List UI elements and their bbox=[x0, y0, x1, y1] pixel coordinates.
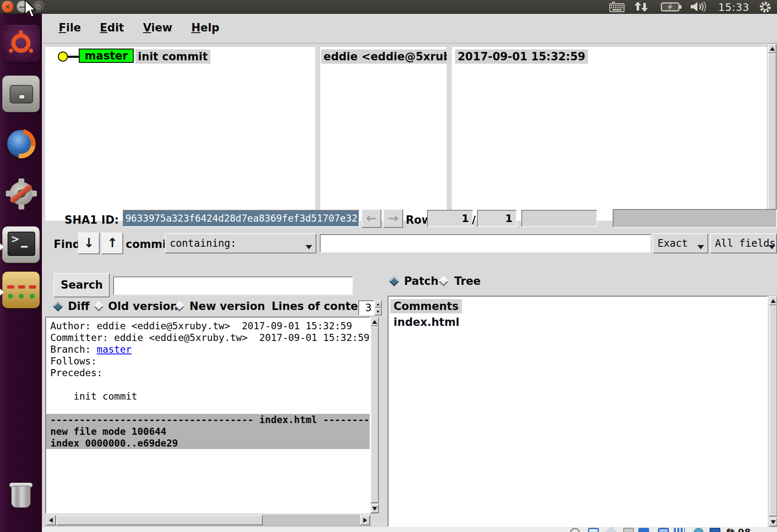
tray-icon bbox=[623, 528, 634, 532]
diamond-icon bbox=[605, 527, 617, 532]
diff-follows-line: Follows: bbox=[46, 355, 370, 367]
branch-link[interactable]: master bbox=[97, 344, 132, 355]
globe-icon bbox=[694, 528, 704, 532]
radio-old-version[interactable] bbox=[93, 301, 104, 311]
radio-patch[interactable] bbox=[389, 276, 399, 286]
branch-tag[interactable]: master bbox=[79, 49, 134, 63]
volume-icon[interactable] bbox=[689, 1, 708, 13]
file-list-scrollbar[interactable] bbox=[769, 296, 777, 527]
menu-help[interactable]: Help bbox=[191, 21, 219, 34]
scroll-up-button[interactable] bbox=[769, 296, 777, 305]
launcher-item-files[interactable] bbox=[2, 75, 40, 112]
progress-bar bbox=[613, 209, 777, 228]
scroll-down-button[interactable] bbox=[769, 517, 777, 527]
radio-tree[interactable] bbox=[438, 276, 448, 286]
keyboard-icon[interactable] bbox=[609, 1, 625, 13]
commit-subject[interactable]: init commit bbox=[135, 49, 210, 64]
diff-commit-message: init commit bbox=[46, 390, 370, 402]
bottom-edge-strip: ft 98 bbox=[42, 527, 777, 532]
commit-list-scrollbar[interactable] bbox=[768, 44, 777, 221]
launcher-item-terminal[interactable]: > bbox=[2, 226, 40, 263]
top-panel: ✕ — ▢ bbox=[0, 0, 777, 14]
network-arrows-icon[interactable] bbox=[634, 1, 649, 13]
scroll-right-button[interactable] bbox=[360, 515, 370, 525]
partial-taskbar-text: ft 98 bbox=[726, 527, 751, 532]
mouse-cursor bbox=[23, 0, 38, 18]
find-query-input[interactable] bbox=[320, 234, 651, 253]
row-separator: / bbox=[472, 214, 476, 226]
commit-author-pane[interactable]: eddie <eddie@5xruby.tw bbox=[320, 47, 447, 221]
search-input[interactable] bbox=[113, 276, 353, 295]
status-field bbox=[521, 210, 597, 227]
chevron-down-icon bbox=[697, 245, 704, 249]
commit-date[interactable]: 2017-09-01 15:32:59 bbox=[455, 49, 588, 64]
scroll-thumb[interactable] bbox=[768, 53, 777, 210]
fields-dropdown[interactable]: All fields bbox=[710, 233, 777, 253]
file-list-item[interactable]: index.html bbox=[394, 316, 767, 328]
session-gear-icon[interactable] bbox=[759, 1, 772, 13]
window-icon bbox=[588, 528, 599, 532]
diff-vertical-scrollbar[interactable] bbox=[370, 317, 379, 514]
diff-horizontal-scrollbar[interactable] bbox=[45, 515, 370, 526]
radio-old-version-label[interactable]: Old version bbox=[108, 300, 178, 312]
diff-file-header-block: ----------------------------------- inde… bbox=[46, 414, 370, 449]
menubar: File Edit View Help bbox=[42, 14, 777, 44]
scroll-thumb[interactable] bbox=[370, 326, 379, 503]
blue-window-icon bbox=[658, 528, 669, 532]
scroll-up-button[interactable] bbox=[768, 44, 777, 53]
find-type-dropdown[interactable]: containing: bbox=[165, 233, 316, 253]
scroll-up-button[interactable] bbox=[370, 317, 379, 326]
commit-graph-pane[interactable]: master init commit bbox=[45, 47, 315, 221]
chevron-down-icon bbox=[306, 245, 312, 249]
launcher-item-firefox[interactable] bbox=[2, 126, 40, 163]
launcher-item-system-settings[interactable] bbox=[2, 175, 40, 212]
next-commit-button[interactable]: → bbox=[383, 209, 403, 228]
grid-icon bbox=[674, 528, 685, 532]
find-next-button[interactable]: ↓ bbox=[78, 232, 100, 254]
scroll-thumb[interactable] bbox=[57, 515, 263, 525]
commit-date-pane[interactable]: 2017-09-01 15:32:59 bbox=[452, 47, 767, 221]
radio-new-version-label[interactable]: New version bbox=[189, 300, 265, 312]
radio-diff-label[interactable]: Diff bbox=[68, 300, 90, 312]
spin-down-button[interactable] bbox=[374, 308, 382, 315]
launcher-item-dash-home[interactable] bbox=[2, 25, 40, 62]
scroll-left-button[interactable] bbox=[46, 515, 56, 525]
find-prev-button[interactable]: ↑ bbox=[101, 232, 123, 254]
find-label: Find bbox=[54, 238, 80, 251]
diff-precedes-line: Precedes: bbox=[46, 367, 370, 379]
match-type-dropdown[interactable]: Exact bbox=[653, 233, 708, 253]
prev-commit-button[interactable]: ← bbox=[361, 209, 381, 228]
battery-icon[interactable] bbox=[660, 1, 682, 13]
diff-file-separator: ----------------------------------- inde… bbox=[46, 414, 370, 426]
context-spinbox[interactable]: 3 bbox=[358, 300, 374, 315]
diff-view[interactable]: Author: eddie <eddie@5xruby.tw> 2017-09-… bbox=[45, 317, 370, 514]
search-button[interactable]: Search bbox=[54, 273, 110, 297]
spin-up-button[interactable] bbox=[374, 300, 382, 308]
launcher-item-gitk[interactable] bbox=[2, 271, 40, 308]
diff-committer-line: Committer: eddie <eddie@5xruby.tw> 2017-… bbox=[46, 332, 370, 343]
diff-branch-line: Branch: master bbox=[46, 343, 370, 355]
commit-list: master init commit eddie <eddie@5xruby.t… bbox=[42, 44, 777, 221]
blue-panel-icon bbox=[638, 528, 649, 532]
commit-author[interactable]: eddie <eddie@5xruby.tw bbox=[321, 49, 447, 64]
sha1-label: SHA1 ID: bbox=[65, 214, 119, 226]
file-list-pane[interactable]: Comments index.html bbox=[388, 296, 768, 527]
menu-file[interactable]: File bbox=[59, 21, 81, 34]
chevron-down-icon bbox=[769, 245, 775, 249]
launcher-item-trash[interactable] bbox=[2, 477, 40, 514]
panel-clock[interactable]: 15:33 bbox=[718, 2, 749, 13]
ubuntu-logo-icon bbox=[11, 34, 31, 53]
unity-launcher: > bbox=[0, 14, 42, 532]
diff-file-mode-line: new file mode 100644 bbox=[46, 426, 370, 437]
menu-view[interactable]: View bbox=[143, 21, 172, 34]
commit-node-icon bbox=[58, 52, 68, 62]
scroll-down-button[interactable] bbox=[370, 504, 379, 513]
sha1-input[interactable]: 9633975a323f6424d28d7ea8369fef3d51707e32 bbox=[123, 210, 360, 227]
radio-patch-label[interactable]: Patch bbox=[404, 275, 438, 287]
window-close-button[interactable]: ✕ bbox=[2, 1, 13, 13]
radio-tree-label[interactable]: Tree bbox=[454, 275, 481, 287]
menu-edit[interactable]: Edit bbox=[100, 21, 124, 34]
scroll-thumb[interactable] bbox=[769, 305, 777, 517]
gitk-window: File Edit View Help master init commit e… bbox=[42, 14, 777, 527]
radio-diff[interactable] bbox=[53, 301, 63, 311]
